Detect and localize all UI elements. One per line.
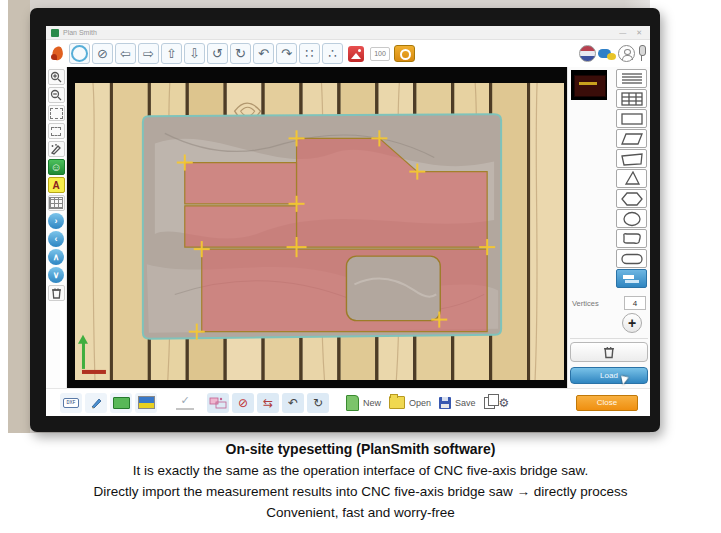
move-right-button[interactable]: ⇨	[138, 43, 159, 64]
delete-tool-button[interactable]	[48, 285, 65, 301]
zoom-in-icon	[50, 71, 62, 83]
divider	[570, 338, 648, 339]
shape-rectangle-button[interactable]	[616, 109, 647, 128]
pan-right-button[interactable]: ›	[48, 213, 64, 229]
move-down-button[interactable]: ⇩	[184, 43, 205, 64]
expand-points-button[interactable]: ∷	[299, 43, 320, 64]
trash-icon	[51, 287, 62, 299]
zoom-in-button[interactable]	[48, 69, 65, 85]
selection-marquee-button[interactable]	[48, 105, 65, 121]
undo-button[interactable]: ↶	[253, 43, 274, 64]
camera-button[interactable]	[394, 43, 415, 64]
chevron-right-icon: ›	[55, 216, 58, 226]
shape-grid-button[interactable]	[616, 89, 647, 108]
draw-pen-button[interactable]	[48, 141, 65, 157]
shape-slab-selected-button[interactable]	[616, 269, 647, 288]
shape-quad-button[interactable]	[616, 149, 647, 168]
close-app-button[interactable]: Close	[576, 395, 638, 411]
app-logo-icon	[50, 45, 65, 62]
piece-mid-left[interactable]	[185, 206, 297, 247]
microphone-icon[interactable]	[637, 45, 646, 62]
copy-icon[interactable]	[484, 397, 495, 409]
new-label[interactable]: New	[363, 398, 381, 408]
measure-button[interactable]: ∴	[322, 43, 343, 64]
shape-triangle-button[interactable]	[616, 169, 647, 188]
new-file-icon[interactable]	[346, 395, 359, 411]
caption-title: On-site typesetting (PlanSmith software)	[0, 439, 721, 460]
grid-tool-button[interactable]	[48, 195, 65, 211]
shape-stadium-button[interactable]	[616, 249, 647, 268]
move-up-button[interactable]: ⇧	[161, 43, 182, 64]
dxf-export-button[interactable]: DXF	[60, 393, 82, 413]
pan-up-button[interactable]: ∧	[48, 249, 64, 265]
cloud-icon[interactable]	[598, 47, 616, 60]
swap-arrows-icon: ⇆	[263, 396, 273, 410]
green-rect-icon	[113, 397, 130, 409]
open-folder-icon[interactable]	[389, 396, 405, 409]
save-floppy-icon[interactable]	[439, 397, 451, 409]
cancel-button[interactable]: ⊘	[232, 393, 254, 413]
label-tool-button[interactable]: A	[48, 177, 65, 193]
vertices-value[interactable]: 4	[624, 296, 646, 310]
zoom-out-button[interactable]	[48, 87, 65, 103]
redo-button[interactable]: ↷	[276, 43, 297, 64]
piece-top-left[interactable]	[185, 163, 297, 204]
undo-edit-button[interactable]: ↶	[282, 393, 304, 413]
dots-icon: ∷	[305, 47, 313, 60]
add-vertex-button[interactable]: +	[622, 313, 642, 333]
cancel-icon: ⊘	[238, 396, 248, 410]
stadium-icon	[620, 252, 644, 266]
pan-left-button[interactable]: ‹	[48, 231, 64, 247]
rotate-ccw-button[interactable]: ↺	[207, 43, 228, 64]
swap-button[interactable]: ⇆	[257, 393, 279, 413]
table-grid-icon	[621, 92, 643, 106]
slab-photo[interactable]	[75, 83, 564, 380]
mouse-cursor-icon	[621, 374, 630, 384]
chevron-left-icon: ‹	[55, 234, 58, 244]
material-thumbnail[interactable]	[571, 70, 607, 100]
no-entry-button[interactable]: ⊘	[92, 43, 113, 64]
left-toolbar: ☺ A › ‹ ∧ ∨	[46, 67, 67, 388]
triangle-icon	[620, 171, 644, 186]
smiley-tool-button[interactable]: ☺	[48, 159, 65, 175]
hexagon-icon	[620, 191, 644, 207]
titlebar: Plan Smith — ✕	[46, 26, 650, 40]
shape-blob-button[interactable]	[616, 229, 647, 248]
language-globe-icon[interactable]	[579, 45, 596, 62]
shape-hexagon-button[interactable]	[616, 189, 647, 208]
pencil-icon	[90, 396, 103, 409]
refresh-button[interactable]: ↻	[307, 393, 329, 413]
move-left-button[interactable]: ⇦	[115, 43, 136, 64]
nesting-button[interactable]	[207, 393, 229, 413]
layout-canvas[interactable]	[67, 67, 567, 388]
gears-icon[interactable]: ⚙	[499, 396, 510, 410]
image-overlay-button[interactable]	[345, 43, 366, 64]
rotate-cw-icon: ↻	[235, 47, 246, 60]
check-caption-bar	[176, 408, 194, 410]
minimize-button[interactable]: —	[616, 29, 629, 36]
shape-lines-button[interactable]	[616, 69, 647, 88]
save-label[interactable]: Save	[455, 398, 476, 408]
shape-circle-button[interactable]	[616, 209, 647, 228]
quadrilateral-icon	[620, 152, 644, 166]
edit-pencil-button[interactable]	[85, 393, 107, 413]
load-button[interactable]: Load	[570, 367, 648, 384]
open-label[interactable]: Open	[409, 398, 431, 408]
circle-tool-button[interactable]	[69, 43, 90, 64]
sink-cutout[interactable]	[346, 256, 440, 320]
selection-small-button[interactable]	[48, 123, 65, 139]
shape-parallelogram-button[interactable]	[616, 129, 647, 148]
camera-icon	[394, 45, 415, 62]
app-titlebar-icon	[51, 29, 59, 37]
delete-shape-button[interactable]	[570, 342, 648, 362]
nesting-icon	[209, 396, 227, 409]
green-slab-button[interactable]	[110, 393, 132, 413]
label-a-icon: A	[52, 180, 59, 191]
layers-flag-button[interactable]	[135, 393, 157, 413]
close-window-button[interactable]: ✕	[633, 29, 645, 37]
vertices-label: Vertices	[572, 299, 599, 308]
rotate-cw-button[interactable]: ↻	[230, 43, 251, 64]
user-account-icon[interactable]	[618, 45, 635, 62]
pan-down-button[interactable]: ∨	[48, 267, 64, 283]
confirm-check[interactable]: ✓	[176, 395, 194, 410]
